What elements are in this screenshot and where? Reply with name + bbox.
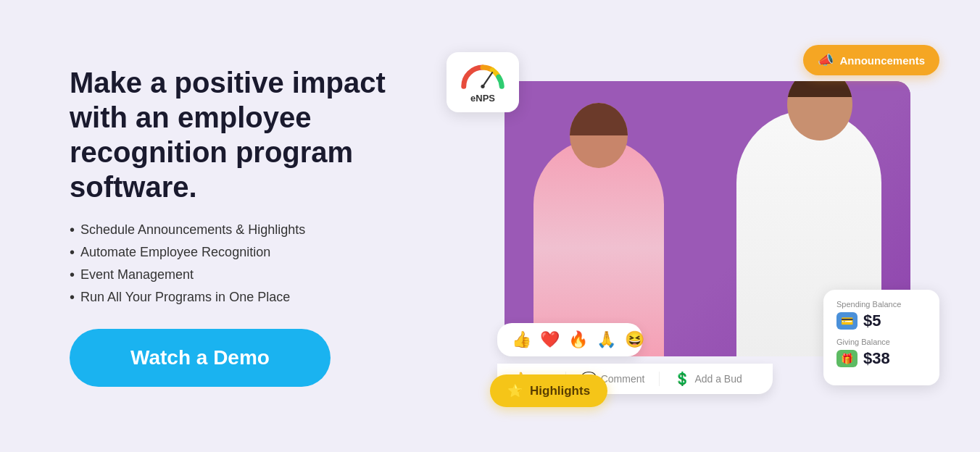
- emoji-heart[interactable]: ❤️: [540, 330, 560, 349]
- giving-icon: 🎁: [836, 350, 858, 367]
- megaphone-icon: 📣: [818, 52, 834, 68]
- svg-line-0: [483, 72, 492, 86]
- emoji-thumbs-up[interactable]: 👍: [512, 330, 531, 349]
- enps-gauge: [457, 61, 508, 90]
- star-icon: ⭐: [507, 383, 523, 398]
- highlights-label: Highlights: [530, 384, 590, 398]
- bullet-item-2: Automate Employee Recognition: [70, 244, 447, 261]
- spending-balance-label: Spending Balance: [836, 300, 926, 309]
- left-content: Make a positive impact with an employee …: [70, 65, 447, 387]
- balance-card: Spending Balance 💳 $5 Giving Balance 🎁 $…: [823, 290, 939, 385]
- giving-balance-label: Giving Balance: [836, 338, 926, 346]
- highlights-button[interactable]: ⭐ Highlights: [490, 374, 607, 407]
- head-left: [570, 103, 628, 168]
- right-content: eNPS 📣 Announcements: [447, 45, 939, 407]
- add-bud-label: Add a Bud: [694, 373, 742, 385]
- bullet-item-1: Schedule Announcements & Highlights: [70, 222, 447, 238]
- bullet-item-4: Run All Your Programs in One Place: [70, 289, 447, 306]
- divider-2: [659, 372, 660, 386]
- enps-card: eNPS: [447, 52, 519, 112]
- announcements-label: Announcements: [839, 54, 925, 67]
- watch-demo-button[interactable]: Watch a Demo: [70, 329, 331, 387]
- emoji-pray[interactable]: 🙏: [597, 330, 616, 349]
- feature-list: Schedule Announcements & Highlights Auto…: [70, 222, 447, 306]
- hero-section: Make a positive impact with an employee …: [26, 16, 954, 436]
- spending-amount: $5: [863, 311, 881, 330]
- giving-amount: $38: [863, 349, 890, 368]
- emoji-fire[interactable]: 🔥: [568, 330, 588, 349]
- add-bud-icon: 💲: [674, 371, 690, 387]
- bullet-item-3: Event Management: [70, 267, 447, 283]
- headline: Make a positive impact with an employee …: [70, 65, 447, 204]
- comment-label: Comment: [601, 373, 645, 385]
- spending-balance-row: 💳 $5: [836, 311, 926, 330]
- announcements-badge[interactable]: 📣 Announcements: [803, 45, 939, 75]
- emoji-laugh[interactable]: 😆: [625, 330, 644, 349]
- spending-icon: 💳: [836, 312, 858, 330]
- add-bud-action[interactable]: 💲 Add a Bud: [674, 371, 742, 387]
- enps-label: eNPS: [470, 93, 495, 104]
- reaction-bar: 👍 ❤️ 🔥 🙏 😆: [497, 323, 642, 356]
- svg-point-1: [481, 85, 484, 88]
- giving-balance-row: 🎁 $38: [836, 349, 926, 368]
